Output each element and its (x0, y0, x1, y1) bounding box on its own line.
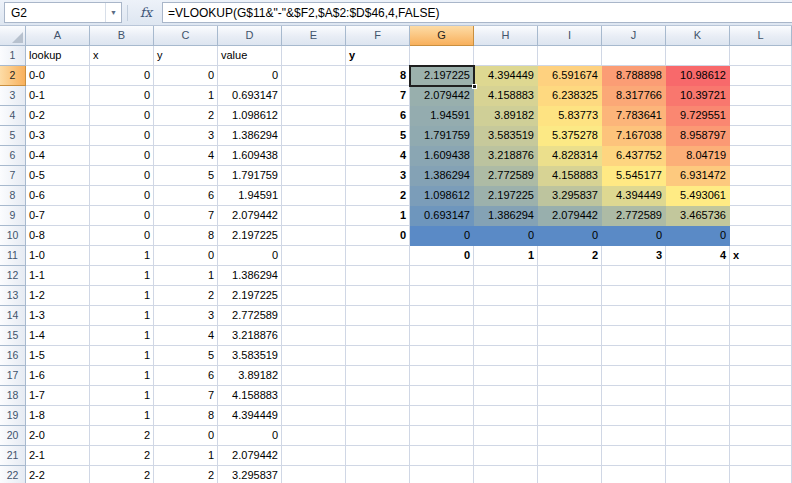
row-header-11[interactable]: 11 (0, 246, 26, 266)
cell-K12[interactable] (666, 266, 730, 286)
cell-D2[interactable]: 0 (218, 66, 282, 86)
cell-F17[interactable] (346, 366, 410, 386)
cell-G13[interactable] (410, 286, 474, 306)
row-header-1[interactable]: 1 (0, 46, 26, 66)
cell-H17[interactable] (474, 366, 538, 386)
cell-L18[interactable] (730, 386, 792, 406)
cell-D8[interactable]: 1.94591 (218, 186, 282, 206)
fill-handle[interactable] (472, 84, 477, 89)
cell-B18[interactable]: 1 (90, 386, 154, 406)
cell-A17[interactable]: 1-6 (26, 366, 90, 386)
formula-input[interactable]: =VLOOKUP(G$11&"-"&$F2,$A$2:$D$46,4,FALSE… (162, 2, 792, 23)
cell-G22[interactable] (410, 466, 474, 483)
cell-L22[interactable] (730, 466, 792, 483)
cell-A8[interactable]: 0-6 (26, 186, 90, 206)
cell-K17[interactable] (666, 366, 730, 386)
cell-G1[interactable] (410, 46, 474, 66)
cell-G5[interactable]: 1.791759 (410, 126, 474, 146)
cell-G16[interactable] (410, 346, 474, 366)
cell-J2[interactable]: 8.788898 (602, 66, 666, 86)
column-header-I[interactable]: I (538, 26, 602, 46)
cell-F11[interactable] (346, 246, 410, 266)
cell-C12[interactable]: 1 (154, 266, 218, 286)
cell-K19[interactable] (666, 406, 730, 426)
cell-G20[interactable] (410, 426, 474, 446)
cell-J9[interactable]: 2.772589 (602, 206, 666, 226)
cell-A14[interactable]: 1-3 (26, 306, 90, 326)
cell-E2[interactable] (282, 66, 346, 86)
cell-J14[interactable] (602, 306, 666, 326)
cell-D18[interactable]: 4.158883 (218, 386, 282, 406)
cell-A7[interactable]: 0-5 (26, 166, 90, 186)
cell-C19[interactable]: 8 (154, 406, 218, 426)
cell-G17[interactable] (410, 366, 474, 386)
cell-L3[interactable] (730, 86, 792, 106)
cell-K2[interactable]: 10.98612 (666, 66, 730, 86)
cell-F6[interactable]: 4 (346, 146, 410, 166)
insert-function-button[interactable]: fx (133, 2, 159, 23)
cell-C14[interactable]: 3 (154, 306, 218, 326)
cell-G10[interactable]: 0 (410, 226, 474, 246)
row-header-7[interactable]: 7 (0, 166, 26, 186)
cell-B6[interactable]: 0 (90, 146, 154, 166)
cell-C16[interactable]: 5 (154, 346, 218, 366)
cell-J1[interactable] (602, 46, 666, 66)
cell-F5[interactable]: 5 (346, 126, 410, 146)
cell-F3[interactable]: 7 (346, 86, 410, 106)
cell-J13[interactable] (602, 286, 666, 306)
column-header-G[interactable]: G (410, 26, 474, 46)
cell-F14[interactable] (346, 306, 410, 326)
row-header-20[interactable]: 20 (0, 426, 26, 446)
row-header-17[interactable]: 17 (0, 366, 26, 386)
cell-G21[interactable] (410, 446, 474, 466)
cell-G6[interactable]: 1.609438 (410, 146, 474, 166)
cell-I21[interactable] (538, 446, 602, 466)
cell-G19[interactable] (410, 406, 474, 426)
cell-K21[interactable] (666, 446, 730, 466)
cell-K11[interactable]: 4 (666, 246, 730, 266)
cell-G3[interactable]: 2.079442 (410, 86, 474, 106)
row-header-14[interactable]: 14 (0, 306, 26, 326)
cell-H3[interactable]: 4.158883 (474, 86, 538, 106)
cell-G8[interactable]: 1.098612 (410, 186, 474, 206)
cell-J6[interactable]: 6.437752 (602, 146, 666, 166)
cell-H21[interactable] (474, 446, 538, 466)
cell-C22[interactable]: 2 (154, 466, 218, 483)
cell-B5[interactable]: 0 (90, 126, 154, 146)
cell-A1[interactable]: lookup (26, 46, 90, 66)
cell-G11[interactable]: 0 (410, 246, 474, 266)
name-box-dropdown-icon[interactable]: ▼ (105, 3, 121, 22)
column-header-F[interactable]: F (346, 26, 410, 46)
cell-E10[interactable] (282, 226, 346, 246)
row-header-6[interactable]: 6 (0, 146, 26, 166)
cell-B13[interactable]: 1 (90, 286, 154, 306)
cell-D17[interactable]: 3.89182 (218, 366, 282, 386)
cell-B15[interactable]: 1 (90, 326, 154, 346)
cell-I20[interactable] (538, 426, 602, 446)
cell-K15[interactable] (666, 326, 730, 346)
cell-E17[interactable] (282, 366, 346, 386)
cell-H13[interactable] (474, 286, 538, 306)
cell-I2[interactable]: 6.591674 (538, 66, 602, 86)
cell-L5[interactable] (730, 126, 792, 146)
cell-D14[interactable]: 2.772589 (218, 306, 282, 326)
cell-A10[interactable]: 0-8 (26, 226, 90, 246)
cell-C5[interactable]: 3 (154, 126, 218, 146)
row-header-22[interactable]: 22 (0, 466, 26, 483)
cell-C2[interactable]: 0 (154, 66, 218, 86)
cell-D6[interactable]: 1.609438 (218, 146, 282, 166)
cell-K7[interactable]: 6.931472 (666, 166, 730, 186)
cell-B1[interactable]: x (90, 46, 154, 66)
row-header-18[interactable]: 18 (0, 386, 26, 406)
cell-A2[interactable]: 0-0 (26, 66, 90, 86)
cell-J4[interactable]: 7.783641 (602, 106, 666, 126)
cell-B9[interactable]: 0 (90, 206, 154, 226)
cell-I14[interactable] (538, 306, 602, 326)
cell-H9[interactable]: 1.386294 (474, 206, 538, 226)
cell-E22[interactable] (282, 466, 346, 483)
row-header-9[interactable]: 9 (0, 206, 26, 226)
cell-A11[interactable]: 1-0 (26, 246, 90, 266)
cell-D20[interactable]: 0 (218, 426, 282, 446)
cell-I16[interactable] (538, 346, 602, 366)
cell-D10[interactable]: 2.197225 (218, 226, 282, 246)
